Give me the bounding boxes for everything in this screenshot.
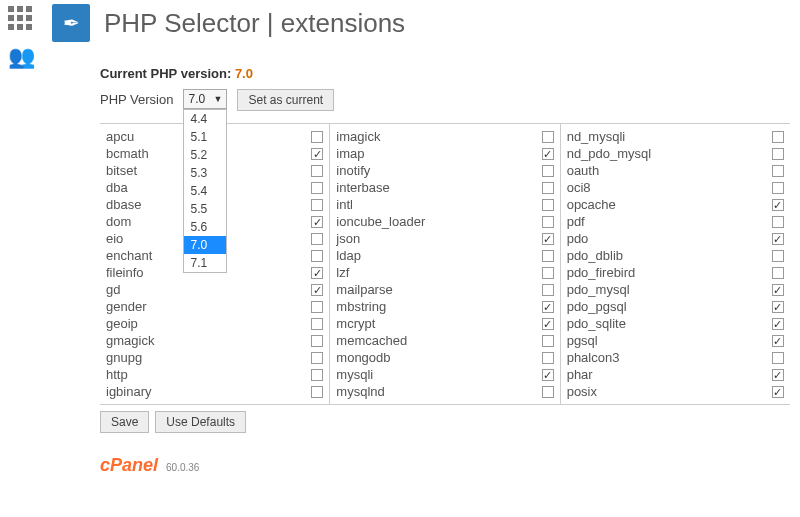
extension-checkbox[interactable] [772, 131, 784, 143]
use-defaults-button[interactable]: Use Defaults [155, 411, 246, 433]
extension-checkbox[interactable] [311, 352, 323, 364]
version-option[interactable]: 7.1 [184, 254, 226, 272]
version-select-value: 7.0 [188, 92, 205, 106]
extension-checkbox[interactable] [311, 318, 323, 330]
extension-checkbox[interactable] [772, 148, 784, 160]
extension-checkbox[interactable] [311, 148, 323, 160]
current-version-value: 7.0 [235, 66, 253, 81]
extension-checkbox[interactable] [311, 335, 323, 347]
extension-checkbox[interactable] [311, 369, 323, 381]
extension-name: dba [106, 180, 128, 195]
extension-checkbox[interactable] [311, 165, 323, 177]
current-version-line: Current PHP version: 7.0 [100, 66, 790, 81]
extension-checkbox[interactable] [542, 352, 554, 364]
extension-checkbox[interactable] [772, 301, 784, 313]
extension-name: oci8 [567, 180, 591, 195]
extension-row: ioncube_loader [336, 213, 553, 230]
extension-checkbox[interactable] [542, 233, 554, 245]
extension-row: phar [567, 366, 784, 383]
extension-checkbox[interactable] [311, 301, 323, 313]
version-option[interactable]: 5.4 [184, 182, 226, 200]
version-option[interactable]: 5.5 [184, 200, 226, 218]
extension-checkbox[interactable] [772, 335, 784, 347]
extension-checkbox[interactable] [772, 233, 784, 245]
extension-row: pdo_pgsql [567, 298, 784, 315]
extension-name: pgsql [567, 333, 598, 348]
extension-checkbox[interactable] [542, 182, 554, 194]
extension-name: apcu [106, 129, 134, 144]
extension-name: pdo_mysql [567, 282, 630, 297]
extension-checkbox[interactable] [311, 216, 323, 228]
extension-name: mcrypt [336, 316, 375, 331]
save-button[interactable]: Save [100, 411, 149, 433]
extension-checkbox[interactable] [542, 199, 554, 211]
extension-name: gnupg [106, 350, 142, 365]
extension-checkbox[interactable] [542, 386, 554, 398]
extension-checkbox[interactable] [542, 165, 554, 177]
extension-checkbox[interactable] [311, 131, 323, 143]
extension-checkbox[interactable] [772, 284, 784, 296]
extension-name: interbase [336, 180, 389, 195]
version-option[interactable]: 4.4 [184, 110, 226, 128]
extension-row: interbase [336, 179, 553, 196]
extension-checkbox[interactable] [772, 182, 784, 194]
version-option[interactable]: 5.3 [184, 164, 226, 182]
extension-row: pgsql [567, 332, 784, 349]
set-current-button[interactable]: Set as current [237, 89, 334, 111]
extension-name: pdo [567, 231, 589, 246]
extension-row: mailparse [336, 281, 553, 298]
extension-checkbox[interactable] [542, 335, 554, 347]
extension-name: gd [106, 282, 120, 297]
version-option[interactable]: 5.1 [184, 128, 226, 146]
version-dropdown[interactable]: 4.45.15.25.35.45.55.67.07.1 [183, 109, 227, 273]
extension-row: mysqlnd [336, 383, 553, 400]
extension-checkbox[interactable] [772, 318, 784, 330]
extension-checkbox[interactable] [772, 199, 784, 211]
extension-checkbox[interactable] [542, 148, 554, 160]
extension-row: gd [106, 281, 323, 298]
extension-checkbox[interactable] [311, 250, 323, 262]
extension-checkbox[interactable] [542, 301, 554, 313]
extension-name: memcached [336, 333, 407, 348]
version-option[interactable]: 5.6 [184, 218, 226, 236]
extension-checkbox[interactable] [311, 284, 323, 296]
extension-checkbox[interactable] [311, 182, 323, 194]
extension-row: mcrypt [336, 315, 553, 332]
extension-checkbox[interactable] [772, 267, 784, 279]
extension-checkbox[interactable] [542, 250, 554, 262]
extension-name: pdo_firebird [567, 265, 636, 280]
extension-checkbox[interactable] [311, 233, 323, 245]
extension-row: json [336, 230, 553, 247]
extension-name: gender [106, 299, 146, 314]
extension-name: phalcon3 [567, 350, 620, 365]
extension-checkbox[interactable] [542, 267, 554, 279]
extension-checkbox[interactable] [772, 165, 784, 177]
extension-checkbox[interactable] [542, 369, 554, 381]
users-icon[interactable]: 👥 [8, 44, 35, 70]
extension-row: opcache [567, 196, 784, 213]
extension-row: mbstring [336, 298, 553, 315]
version-select[interactable]: 7.0 ▼ [183, 89, 227, 109]
extension-checkbox[interactable] [772, 386, 784, 398]
brand-version: 60.0.36 [166, 462, 199, 473]
extension-checkbox[interactable] [311, 267, 323, 279]
version-option[interactable]: 7.0 [184, 236, 226, 254]
version-option[interactable]: 5.2 [184, 146, 226, 164]
extension-checkbox[interactable] [772, 369, 784, 381]
extension-name: bcmath [106, 146, 149, 161]
extension-checkbox[interactable] [542, 131, 554, 143]
extension-name: json [336, 231, 360, 246]
extension-checkbox[interactable] [772, 216, 784, 228]
extension-checkbox[interactable] [542, 216, 554, 228]
extension-checkbox[interactable] [772, 250, 784, 262]
extension-checkbox[interactable] [772, 352, 784, 364]
extension-checkbox[interactable] [542, 318, 554, 330]
extension-checkbox[interactable] [542, 284, 554, 296]
extension-name: dbase [106, 197, 141, 212]
extension-name: pdo_pgsql [567, 299, 627, 314]
extension-name: http [106, 367, 128, 382]
extension-checkbox[interactable] [311, 386, 323, 398]
apps-icon[interactable] [8, 6, 35, 30]
extension-checkbox[interactable] [311, 199, 323, 211]
extension-row: mongodb [336, 349, 553, 366]
